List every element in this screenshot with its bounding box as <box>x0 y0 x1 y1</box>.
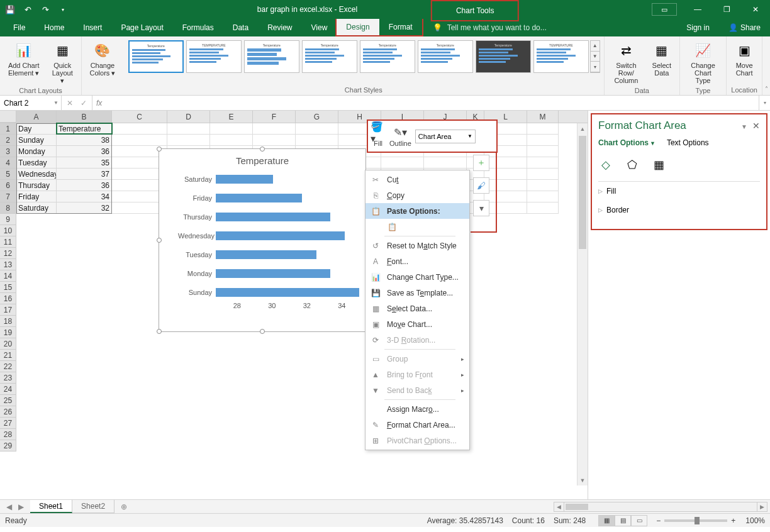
zoom-in-button[interactable]: + <box>731 516 735 525</box>
row-header[interactable]: 7 <box>0 191 16 202</box>
col-header[interactable]: A <box>16 111 57 123</box>
cell[interactable]: Wednesday <box>16 169 57 180</box>
col-header[interactable]: C <box>112 111 167 123</box>
col-header[interactable]: D <box>167 111 210 123</box>
qat-customize-icon[interactable]: ▾ <box>58 4 68 14</box>
ctx-reset-style[interactable]: ↺Reset to Match Style <box>365 238 469 253</box>
name-box[interactable]: Chart 2 ▼ <box>0 96 62 110</box>
tab-page-layout[interactable]: Page Layout <box>111 19 172 36</box>
row-header[interactable]: 25 <box>0 395 16 406</box>
scroll-down-icon[interactable]: ▼ <box>578 475 588 485</box>
resize-handle[interactable] <box>157 147 162 152</box>
chart-style-8[interactable]: TEMPERATURE <box>533 40 589 73</box>
formula-bar-expand-icon[interactable]: ▾ <box>759 96 770 110</box>
resize-handle[interactable] <box>157 329 162 334</box>
normal-view-button[interactable]: ▦ <box>598 515 615 526</box>
chart-style-5[interactable]: Temperature <box>360 40 415 73</box>
scroll-thumb[interactable] <box>566 504 588 510</box>
tab-file[interactable]: File <box>4 19 35 36</box>
chart-style-3[interactable]: Temperature <box>244 40 299 73</box>
ctx-paste-options[interactable]: 📋Paste Options: <box>365 203 469 219</box>
tab-formulas[interactable]: Formulas <box>173 19 223 36</box>
move-chart-button[interactable]: ▣ Move Chart <box>730 39 758 78</box>
chart-styles-button[interactable]: 🖌 <box>473 177 489 194</box>
row-header[interactable]: 26 <box>0 406 16 418</box>
pane-options-icon[interactable]: ▼ <box>741 123 747 130</box>
row-header[interactable]: 28 <box>0 429 16 440</box>
chart-style-4[interactable]: Temperature <box>302 40 357 73</box>
chart-title[interactable]: Temperature <box>159 149 365 170</box>
change-colors-button[interactable]: 🎨 Change Colors ▾ <box>86 39 120 78</box>
paste-icon[interactable]: 📋 <box>387 223 397 231</box>
gallery-more-icon[interactable]: ▾ <box>591 62 600 72</box>
ctx-change-chart-type[interactable]: 📊Change Chart Type... <box>365 269 469 285</box>
formula-input[interactable] <box>106 96 759 110</box>
gallery-up-icon[interactable]: ▲ <box>591 41 600 52</box>
row-header[interactable]: 21 <box>0 350 16 361</box>
scroll-left-icon[interactable]: ◀ <box>554 502 564 511</box>
sheet-prev-icon[interactable]: ◀ <box>6 502 12 511</box>
chart-style-1[interactable]: Temperature <box>128 40 184 73</box>
cell[interactable]: Friday <box>16 191 57 202</box>
tell-me-search[interactable]: 💡 Tell me what you want to do... <box>423 19 556 36</box>
tab-chart-options[interactable]: Chart Options▼ <box>598 138 656 147</box>
size-props-icon[interactable]: ▦ <box>651 157 666 172</box>
row-header[interactable]: 8 <box>0 202 16 214</box>
col-header[interactable]: B <box>57 111 112 123</box>
zoom-thumb[interactable] <box>695 517 700 524</box>
horizontal-scrollbar[interactable]: ◀ ▶ <box>554 502 767 512</box>
row-header[interactable]: 1 <box>0 123 16 135</box>
change-chart-type-button[interactable]: 📈 Change Chart Type <box>684 39 722 86</box>
row-header[interactable]: 13 <box>0 259 16 270</box>
cell[interactable]: Sunday <box>16 135 57 146</box>
scroll-up-icon[interactable]: ▲ <box>578 123 588 134</box>
row-header[interactable]: 27 <box>0 418 16 429</box>
row-header[interactable]: 15 <box>0 282 16 293</box>
quick-layout-button[interactable]: ▦ Quick Layout ▾ <box>47 39 77 86</box>
cell[interactable]: Monday <box>16 146 57 157</box>
chart-filters-button[interactable]: ▾ <box>473 200 489 216</box>
row-header[interactable]: 17 <box>0 304 16 316</box>
cell[interactable]: Thursday <box>16 180 57 191</box>
enter-icon[interactable]: ✓ <box>81 99 87 108</box>
row-header[interactable]: 4 <box>0 157 16 169</box>
section-fill[interactable]: ▷Fill <box>598 182 760 201</box>
cell[interactable]: 35 <box>57 157 112 169</box>
chart-elements-button[interactable]: ＋ <box>473 155 489 171</box>
row-header[interactable]: 23 <box>0 372 16 384</box>
switch-row-column-button[interactable]: ⇄ Switch Row/ Column <box>608 39 644 86</box>
col-header[interactable]: G <box>296 111 338 123</box>
select-data-button[interactable]: ▦ Select Data <box>648 39 676 78</box>
chart-styles-gallery[interactable]: Temperature TEMPERATURE Temperature Temp… <box>127 39 600 74</box>
row-header[interactable]: 20 <box>0 338 16 350</box>
ctx-move-chart[interactable]: ▣Move Chart... <box>365 316 469 332</box>
ctx-assign-macro[interactable]: Assign Macro... <box>365 401 469 417</box>
minimize-button[interactable]: — <box>683 0 712 19</box>
row-header[interactable]: 29 <box>0 440 16 452</box>
tab-view[interactable]: View <box>302 19 337 36</box>
col-header[interactable]: M <box>527 111 559 123</box>
cancel-icon[interactable]: ✕ <box>67 99 73 108</box>
undo-icon[interactable]: ↶ <box>23 4 33 14</box>
row-header[interactable]: 18 <box>0 316 16 327</box>
redo-icon[interactable]: ↷ <box>40 4 50 14</box>
vertical-scrollbar[interactable]: ▲ ▼ <box>577 123 588 485</box>
ctx-format-chart-area[interactable]: ✎Format Chart Area... <box>365 417 469 433</box>
resize-handle[interactable] <box>260 329 265 334</box>
fx-icon[interactable]: fx <box>92 96 106 110</box>
zoom-out-button[interactable]: − <box>656 516 661 525</box>
share-button[interactable]: 👤 Share <box>719 19 770 36</box>
ribbon-display-options-icon[interactable]: ▭ <box>652 3 677 16</box>
save-icon[interactable]: 💾 <box>5 4 15 14</box>
chart-object[interactable]: Temperature Saturday Friday Thursday Wed… <box>159 148 366 332</box>
cell[interactable]: Tuesday <box>16 157 57 169</box>
row-header[interactable]: 19 <box>0 327 16 338</box>
close-button[interactable]: ✕ <box>741 0 770 19</box>
row-headers[interactable]: 1 2 3 4 5 6 7 8 9 10 11 12 13 14 15 16 1… <box>0 123 16 452</box>
row-header[interactable]: 2 <box>0 135 16 146</box>
sheet-nav[interactable]: ◀ ▶ <box>0 500 30 513</box>
row-header[interactable]: 16 <box>0 293 16 304</box>
row-header[interactable]: 24 <box>0 384 16 395</box>
close-pane-button[interactable]: ✕ <box>752 121 760 131</box>
tab-text-options[interactable]: Text Options <box>667 138 709 147</box>
